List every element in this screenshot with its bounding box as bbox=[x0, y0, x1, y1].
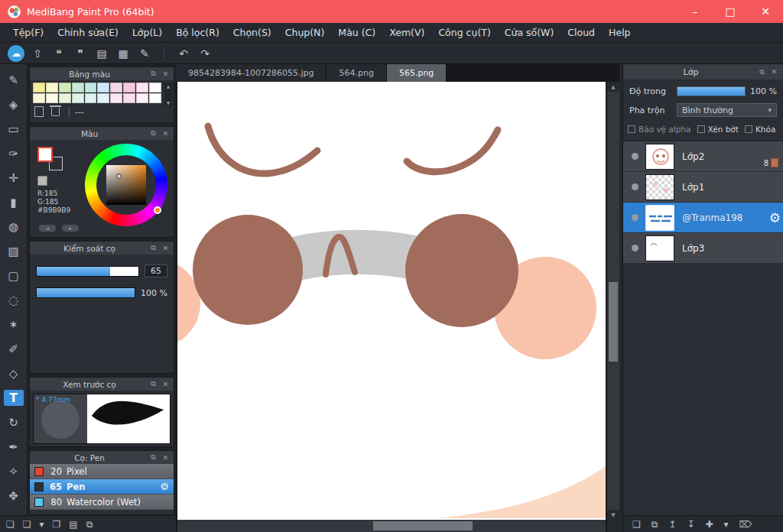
save-icon[interactable]: ▤ bbox=[69, 519, 77, 530]
text-tool-icon[interactable]: T bbox=[4, 390, 24, 406]
menu-view[interactable]: Xem(V) bbox=[382, 27, 431, 38]
comment-icon[interactable]: ❝ bbox=[50, 45, 67, 62]
lasso-tool-icon[interactable]: ◌ bbox=[4, 292, 24, 308]
menu-select[interactable]: Chọn(S) bbox=[226, 27, 278, 38]
checkbox-icon[interactable] bbox=[628, 125, 635, 133]
brush-size-value[interactable]: 65 bbox=[145, 264, 167, 277]
document-tab-active[interactable]: 565.png bbox=[387, 64, 447, 82]
scroll-down-icon[interactable]: ▼ bbox=[167, 100, 171, 105]
palette-swatch[interactable] bbox=[136, 83, 148, 92]
menu-edit[interactable]: Chỉnh sửa(E) bbox=[50, 27, 125, 38]
horizontal-scrollbar[interactable] bbox=[177, 520, 606, 532]
add-layer-icon[interactable]: ✚ bbox=[705, 519, 713, 530]
palette-swatch[interactable] bbox=[46, 83, 58, 92]
delete-layer-icon[interactable]: ⌦ bbox=[739, 519, 752, 530]
select-tool-icon[interactable]: ▢ bbox=[4, 268, 24, 284]
palette-swatch[interactable] bbox=[85, 93, 97, 103]
palette-swatch[interactable] bbox=[59, 93, 71, 103]
palette-swatch[interactable] bbox=[97, 83, 109, 92]
minimize-button[interactable]: – bbox=[677, 0, 713, 23]
pen-tool-icon[interactable]: ✒ bbox=[4, 439, 24, 455]
close-panel-icon[interactable]: ✕ bbox=[161, 245, 171, 252]
menu-color[interactable]: Màu (C) bbox=[331, 27, 382, 38]
layer-up-icon[interactable]: ↥ bbox=[668, 519, 676, 530]
open-folder-icon[interactable]: ❐ bbox=[53, 519, 61, 530]
brush-settings-gear-icon[interactable]: ⚙ bbox=[160, 481, 169, 492]
document-tab[interactable]: 9854283984-1007286055.jpg bbox=[176, 64, 327, 82]
popout-icon[interactable]: ⧉ bbox=[148, 70, 158, 78]
rotate-view-tool-icon[interactable]: ↻ bbox=[4, 414, 24, 430]
duplicate-layer-icon[interactable]: ⧉ bbox=[651, 519, 658, 530]
move-tool-icon[interactable]: ✛ bbox=[4, 170, 24, 186]
popout-icon[interactable]: ⧉ bbox=[148, 380, 158, 388]
layer-visibility-toggle[interactable] bbox=[632, 214, 638, 221]
palette-swatch[interactable] bbox=[97, 93, 109, 103]
eyedropper-tool-icon[interactable]: ✧ bbox=[4, 463, 24, 479]
layer-opacity-slider[interactable] bbox=[677, 86, 746, 96]
palette-swatch[interactable] bbox=[149, 83, 161, 92]
saturation-value-square[interactable] bbox=[106, 165, 146, 205]
layer-down-icon[interactable]: ↧ bbox=[687, 519, 694, 530]
checkbox-icon[interactable] bbox=[697, 125, 705, 133]
palette-swatch[interactable] bbox=[123, 83, 135, 92]
clipping-checkbox[interactable]: Xén bớt bbox=[697, 125, 739, 134]
color-history-right[interactable]: ▸ bbox=[62, 225, 79, 232]
hue-indicator[interactable] bbox=[154, 206, 161, 214]
popout-icon[interactable]: ⧉ bbox=[148, 129, 158, 138]
chat-icon[interactable]: ❞ bbox=[72, 45, 89, 62]
vertical-scrollbar[interactable]: ▲ ▼ bbox=[607, 82, 619, 520]
gradient-tool-icon[interactable]: ▨ bbox=[4, 243, 24, 259]
palette-swatch[interactable] bbox=[59, 83, 71, 92]
brush-item-pen[interactable]: 65 Pen ⚙ bbox=[30, 479, 174, 495]
palette-swatch[interactable] bbox=[72, 83, 84, 92]
redo-icon[interactable]: ↷ bbox=[197, 45, 213, 62]
fill-figure-tool-icon[interactable]: ▮ bbox=[4, 194, 24, 210]
checkbox-icon[interactable] bbox=[745, 125, 752, 133]
lock-checkbox[interactable]: Khóa bbox=[745, 125, 775, 134]
color-history-left[interactable]: ◂ bbox=[39, 225, 56, 232]
menu-file[interactable]: Tệp(F) bbox=[6, 27, 50, 38]
new-canvas-icon[interactable]: ❏ bbox=[6, 519, 15, 530]
sv-indicator[interactable] bbox=[116, 174, 122, 179]
palette-swatch[interactable] bbox=[136, 93, 148, 103]
layer-row-lop3[interactable]: Lớp3 bbox=[623, 233, 783, 264]
foreground-color-swatch[interactable] bbox=[37, 147, 53, 162]
scroll-up-icon[interactable]: ▲ bbox=[607, 82, 619, 92]
magic-wand-tool-icon[interactable]: ✶ bbox=[4, 316, 24, 332]
trash-icon[interactable] bbox=[51, 108, 60, 116]
menu-filter[interactable]: Bộ lọc(R) bbox=[169, 27, 226, 38]
new-page-icon[interactable]: ❏ bbox=[23, 519, 31, 530]
eraser-tool-icon[interactable]: ◈ bbox=[4, 96, 24, 112]
close-panel-icon[interactable]: ✕ bbox=[161, 381, 171, 388]
blend-mode-select[interactable]: Bình thường ▾ bbox=[677, 103, 777, 117]
popout-icon[interactable]: ⧉ bbox=[148, 244, 158, 252]
menu-layer[interactable]: Lớp(L) bbox=[125, 27, 169, 38]
palette-swatch[interactable] bbox=[123, 93, 135, 103]
layer-visibility-toggle[interactable] bbox=[632, 245, 638, 251]
new-palette-icon[interactable] bbox=[34, 106, 44, 117]
vertical-scroll-thumb[interactable] bbox=[609, 282, 618, 362]
palette-swatch[interactable] bbox=[149, 93, 161, 103]
layer-settings-gear-icon[interactable]: ⚙ bbox=[769, 210, 781, 225]
palette-swatch[interactable] bbox=[33, 83, 45, 92]
hand-tool-icon[interactable]: ✥ bbox=[4, 488, 24, 504]
document-icon[interactable]: ▤ bbox=[93, 45, 110, 62]
dot-pen-tool-icon[interactable]: ✑ bbox=[4, 145, 24, 161]
select-pen-tool-icon[interactable]: ✐ bbox=[4, 341, 24, 357]
maximize-button[interactable]: □ bbox=[713, 0, 748, 23]
close-panel-icon[interactable]: ✕ bbox=[161, 454, 171, 462]
undo-icon[interactable]: ↶ bbox=[175, 45, 192, 62]
new-layer-icon[interactable]: ❏ bbox=[632, 519, 641, 530]
layer-visibility-toggle[interactable] bbox=[632, 183, 638, 190]
menu-cloud[interactable]: Cloud bbox=[560, 27, 602, 38]
palette-swatch[interactable] bbox=[110, 93, 122, 103]
upload-icon[interactable]: ⇧ bbox=[29, 45, 46, 62]
layer-row-lop1[interactable]: Lớp1 bbox=[623, 172, 783, 203]
brush-tool-icon[interactable]: ✎ bbox=[4, 72, 24, 88]
popout-icon[interactable]: ⧉ bbox=[757, 68, 767, 76]
palette-swatch[interactable] bbox=[33, 93, 45, 103]
menu-snap[interactable]: Chụp(N) bbox=[278, 27, 332, 38]
palette-swatch[interactable] bbox=[110, 83, 122, 92]
scroll-up-icon[interactable]: ▲ bbox=[167, 83, 171, 89]
palette-scrollbar[interactable]: ▲ ▼ bbox=[164, 83, 172, 106]
